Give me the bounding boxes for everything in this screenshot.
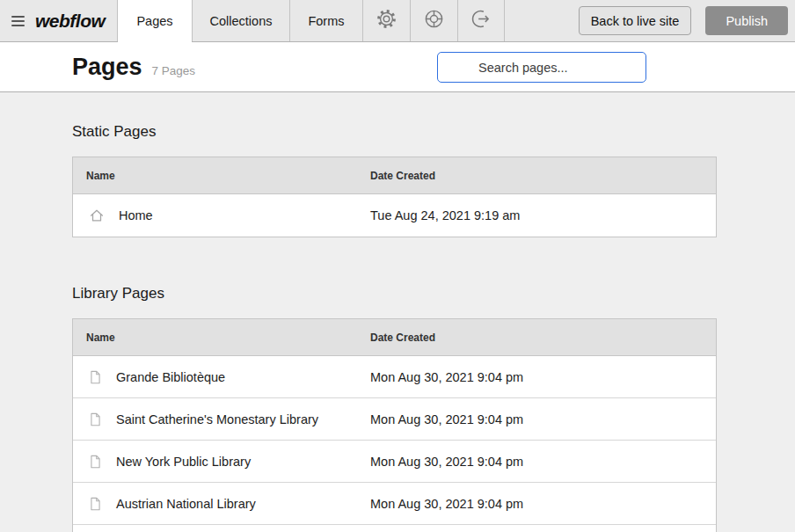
page-date: Mon Aug 30, 2021 9:04 pm — [370, 455, 716, 469]
tab-pages-label: Pages — [136, 14, 172, 28]
tab-collections[interactable]: Collections — [192, 0, 289, 41]
help-lifebuoy-icon — [423, 8, 445, 33]
page-date: Mon Aug 30, 2021 9:04 pm — [370, 497, 716, 511]
home-icon — [89, 208, 105, 223]
page-date: Mon Aug 30, 2021 9:04 pm — [370, 370, 716, 384]
table-row-austrian-national[interactable]: Austrian National Library Mon Aug 30, 20… — [73, 483, 716, 525]
page-name: Home — [119, 208, 153, 222]
page-name-cell: Home — [73, 208, 370, 223]
page-icon — [89, 496, 102, 512]
page-name: Grande Bibliotèque — [116, 370, 225, 384]
page-name: Saint Catherine's Monestary Library — [116, 412, 318, 426]
page-icon — [89, 369, 102, 385]
table-header: Name Date Created — [73, 319, 716, 356]
column-header-date: Date Created — [370, 170, 716, 182]
page-name-cell: Grande Bibliotèque — [73, 369, 370, 385]
page-count: 7 Pages — [152, 57, 196, 77]
publish-button[interactable]: Publish — [705, 6, 788, 35]
page-header: Pages 7 Pages — [0, 42, 795, 92]
library-pages-heading: Library Pages — [72, 285, 795, 302]
menu-icon[interactable] — [10, 12, 26, 30]
settings-gear-icon — [376, 8, 398, 33]
column-header-date: Date Created — [370, 332, 716, 344]
static-pages-heading: Static Pages — [72, 123, 795, 141]
page-name-cell: Saint Catherine's Monestary Library — [73, 412, 370, 427]
tab-forms[interactable]: Forms — [289, 0, 362, 41]
help-button[interactable] — [410, 0, 457, 41]
page-date: Mon Aug 30, 2021 9:04 pm — [370, 412, 716, 426]
column-header-name: Name — [73, 332, 370, 344]
page-title: Pages — [72, 54, 142, 81]
topbar-actions: Back to live site Publish — [579, 0, 795, 41]
tab-pages[interactable]: Pages — [117, 0, 192, 41]
brand: webflow — [0, 0, 117, 41]
webflow-logo: webflow — [35, 11, 105, 32]
settings-button[interactable] — [362, 0, 410, 41]
topbar: webflow Pages Collections Forms — [0, 0, 795, 42]
search-input[interactable] — [437, 52, 646, 83]
table-header: Name Date Created — [73, 157, 716, 194]
static-pages-table: Name Date Created Home Tue Aug 24, 2021 … — [72, 157, 717, 237]
page-date: Tue Aug 24, 2021 9:19 am — [370, 208, 716, 222]
library-pages-table: Name Date Created Grande Bibliotèque Mon… — [72, 318, 717, 532]
back-to-live-site-button[interactable]: Back to live site — [579, 6, 692, 35]
table-row-home[interactable]: Home Tue Aug 24, 2021 9:19 am — [73, 194, 716, 237]
page-icon — [89, 454, 102, 470]
table-row-new-york-public[interactable]: New York Public Library Mon Aug 30, 2021… — [73, 441, 716, 483]
table-row-clipped — [73, 525, 716, 532]
table-row-grande-biblioteque[interactable]: Grande Bibliotèque Mon Aug 30, 2021 9:04… — [73, 356, 716, 398]
tab-collections-label: Collections — [210, 14, 273, 28]
page-name: Austrian National Library — [116, 497, 256, 511]
page-name-cell: New York Public Library — [73, 454, 370, 470]
content: Static Pages Name Date Created Home Tue … — [0, 92, 795, 532]
page-name-cell: Austrian National Library — [73, 496, 370, 512]
page-icon — [89, 412, 102, 427]
sign-out-button[interactable] — [457, 0, 505, 41]
sign-out-icon — [470, 8, 492, 33]
table-row-saint-catherines[interactable]: Saint Catherine's Monestary Library Mon … — [73, 398, 716, 441]
tab-forms-label: Forms — [308, 14, 344, 28]
column-header-name: Name — [73, 170, 370, 182]
page-name: New York Public Library — [116, 455, 251, 469]
